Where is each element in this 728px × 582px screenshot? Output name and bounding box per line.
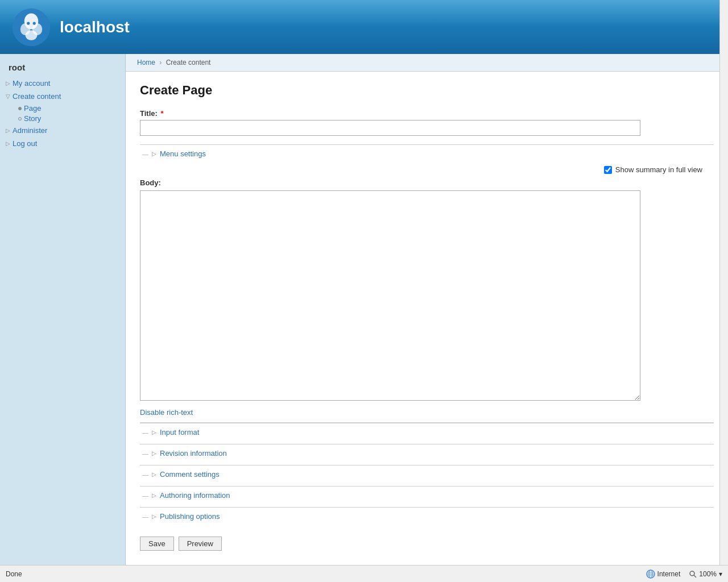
drupal-logo xyxy=(11,7,51,47)
input-format-header[interactable]: — ▷ Input format xyxy=(140,423,714,441)
breadcrumb-separator: › xyxy=(159,59,162,66)
statusbar-right: Internet 100% ▾ xyxy=(646,569,722,579)
scrollbar[interactable] xyxy=(719,0,728,582)
page-link[interactable]: Page xyxy=(24,104,41,113)
statusbar-status: Done xyxy=(6,570,22,578)
sidebar-item-my-account[interactable]: ▷ My account xyxy=(6,78,119,89)
menu-settings-section: — ▷ Menu settings xyxy=(140,144,714,163)
button-row: Save Preview xyxy=(140,537,714,551)
statusbar: Done Internet 100% ▾ xyxy=(0,565,728,582)
title-input[interactable] xyxy=(140,120,640,136)
sidebar-item-log-out[interactable]: ▷ Log out xyxy=(6,138,119,149)
comment-settings-label: Comment settings xyxy=(160,470,220,479)
bullet-page xyxy=(18,107,22,110)
svg-point-4 xyxy=(26,30,38,40)
main-content: Home › Create content Create Page Title:… xyxy=(125,54,728,565)
title-label: Title: * xyxy=(140,109,714,118)
publishing-options-section: — ▷ Publishing options xyxy=(140,507,714,525)
svg-point-12 xyxy=(690,571,694,576)
layout: root ▷ My account ▽ Create content Page xyxy=(0,54,728,565)
sidebar-nav: ▷ My account ▽ Create content Page xyxy=(6,78,119,149)
revision-information-arrow: ▷ xyxy=(152,450,156,456)
input-format-section: — ▷ Input format xyxy=(140,423,714,441)
sections-area: — ▷ Input format — ▷ Revision informatio… xyxy=(140,422,714,525)
sidebar: root ▷ My account ▽ Create content Page xyxy=(0,54,125,565)
header: localhost xyxy=(0,0,728,54)
authoring-information-arrow: ▷ xyxy=(152,492,156,498)
publishing-options-label: Publishing options xyxy=(160,512,220,521)
administer-link[interactable]: Administer xyxy=(13,126,47,135)
sidebar-item-story[interactable]: Story xyxy=(18,114,119,123)
sidebar-item-administer[interactable]: ▷ Administer xyxy=(6,125,119,136)
zoom-dropdown-arrow[interactable]: ▾ xyxy=(719,570,722,578)
breadcrumb: Home › Create content xyxy=(126,54,728,72)
content-area: Create Page Title: * — ▷ Menu settings xyxy=(126,72,728,563)
menu-settings-header[interactable]: — ▷ Menu settings xyxy=(140,145,714,163)
zoom-label: 100% xyxy=(699,570,717,578)
comment-settings-header[interactable]: — ▷ Comment settings xyxy=(140,465,714,483)
show-summary-label: Show summary in full view xyxy=(615,165,702,174)
authoring-information-label: Authoring information xyxy=(160,491,230,500)
sidebar-item-page[interactable]: Page xyxy=(18,104,119,113)
input-format-label: Input format xyxy=(160,428,199,436)
breadcrumb-current: Create content xyxy=(166,59,211,66)
my-account-link[interactable]: My account xyxy=(13,79,50,88)
internet-label: Internet xyxy=(657,570,681,578)
body-textarea[interactable] xyxy=(140,190,640,401)
statusbar-zoom-section: 100% ▾ xyxy=(689,570,722,578)
menu-settings-arrow: ▷ xyxy=(152,151,156,157)
preview-button[interactable]: Preview xyxy=(179,537,222,551)
internet-icon xyxy=(646,569,655,579)
body-row: Body: xyxy=(140,178,714,402)
required-star: * xyxy=(160,109,163,118)
body-label: Body: xyxy=(140,178,714,187)
sidebar-item-create-content[interactable]: ▽ Create content Page Story xyxy=(6,91,119,123)
nav-arrow-administer: ▷ xyxy=(6,127,10,134)
page-title: Create Page xyxy=(140,83,714,98)
disable-richtext-link[interactable]: Disable rich-text xyxy=(140,408,714,417)
summary-row: Show summary in full view xyxy=(140,165,714,174)
authoring-information-header[interactable]: — ▷ Authoring information xyxy=(140,487,714,504)
nav-arrow-my-account: ▷ xyxy=(6,80,10,86)
authoring-information-section: — ▷ Authoring information xyxy=(140,486,714,504)
nav-sub-create-content: Page Story xyxy=(6,104,119,123)
story-link[interactable]: Story xyxy=(24,114,41,123)
nav-arrow-create-content: ▽ xyxy=(6,93,10,99)
title-row: Title: * xyxy=(140,109,714,136)
log-out-link[interactable]: Log out xyxy=(13,139,37,148)
svg-point-5 xyxy=(27,22,30,24)
site-title: localhost xyxy=(60,18,130,36)
breadcrumb-home[interactable]: Home xyxy=(137,59,155,66)
svg-point-6 xyxy=(33,22,36,24)
show-summary-checkbox[interactable] xyxy=(604,166,612,174)
username: root xyxy=(6,63,119,72)
comment-settings-section: — ▷ Comment settings xyxy=(140,465,714,483)
zoom-icon xyxy=(689,570,697,578)
menu-settings-label: Menu settings xyxy=(160,149,206,158)
create-content-link[interactable]: Create content xyxy=(13,92,61,101)
revision-information-section: — ▷ Revision information xyxy=(140,444,714,462)
statusbar-internet-section: Internet xyxy=(646,569,681,579)
svg-line-13 xyxy=(694,575,696,577)
publishing-options-header[interactable]: — ▷ Publishing options xyxy=(140,508,714,525)
revision-information-header[interactable]: — ▷ Revision information xyxy=(140,444,714,462)
comment-settings-arrow: ▷ xyxy=(152,471,156,477)
revision-information-label: Revision information xyxy=(160,449,227,458)
input-format-arrow: ▷ xyxy=(152,429,156,435)
bullet-story xyxy=(18,117,22,120)
publishing-options-arrow: ▷ xyxy=(152,513,156,519)
save-button[interactable]: Save xyxy=(140,537,174,551)
nav-arrow-log-out: ▷ xyxy=(6,140,10,147)
